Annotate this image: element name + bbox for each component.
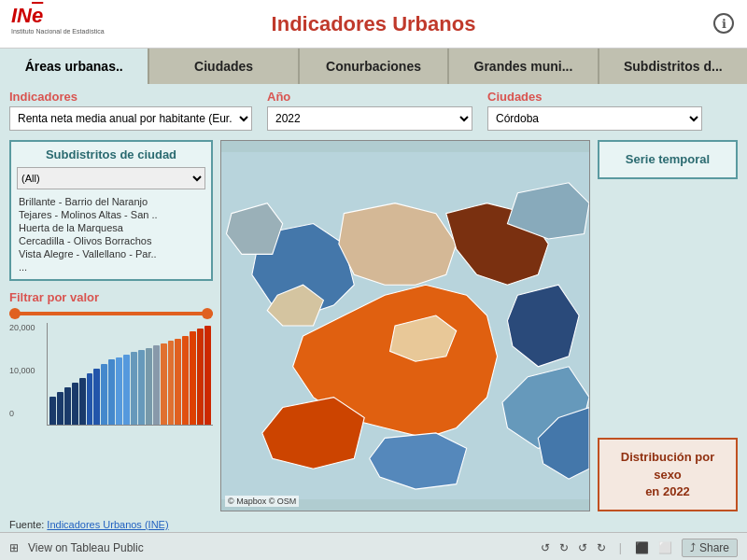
header: INe Instituto Nacional de Estadística In… bbox=[0, 0, 747, 49]
chart-bar bbox=[79, 378, 86, 425]
subdistritos-list: Brillante - Barrio del Naranjo Tejares -… bbox=[17, 195, 205, 273]
share-icon: ⤴ bbox=[690, 541, 696, 554]
grid-icon[interactable]: ⊞ bbox=[9, 541, 19, 554]
slider-thumb-right[interactable] bbox=[202, 308, 213, 319]
info-icon[interactable]: ℹ bbox=[713, 13, 734, 34]
indicadores-label: Indicadores bbox=[9, 90, 252, 104]
map-attribution: © Mapbox © OSM bbox=[225, 496, 299, 507]
filtrar-box: Filtrar por valor 20,000 10,000 0 bbox=[9, 287, 213, 448]
chart-bar bbox=[138, 350, 145, 425]
slider-track[interactable] bbox=[9, 312, 213, 315]
view-on-tableau[interactable]: View on Tableau Public bbox=[28, 541, 144, 554]
tab-areas-urbanas[interactable]: Áreas urbanas.. bbox=[0, 49, 149, 84]
chart-bar bbox=[123, 355, 130, 425]
nav-tabs: Áreas urbanas.. Ciudades Conurbaciones G… bbox=[0, 49, 747, 84]
subdistritos-dropdown[interactable]: (All) bbox=[17, 167, 205, 189]
chart-bar bbox=[108, 359, 115, 425]
filter-ciudades-group: Ciudades Córdoba bbox=[487, 90, 702, 131]
filters-row: Indicadores Renta neta media anual por h… bbox=[0, 84, 747, 134]
undo2-icon[interactable]: ↺ bbox=[578, 541, 587, 554]
ciudades-select[interactable]: Córdoba bbox=[487, 106, 702, 131]
main-content: Subdistritos de ciudad (All) Brillante -… bbox=[0, 134, 747, 517]
footer: Fuente: Indicadores Urbanos (INE) bbox=[0, 517, 747, 532]
chart-bar bbox=[49, 397, 56, 425]
subdistritos-title: Subdistritos de ciudad bbox=[17, 147, 205, 161]
slider-thumb-left[interactable] bbox=[9, 308, 21, 319]
list-item[interactable]: Vista Alegre - Vallellano - Par.. bbox=[17, 247, 205, 260]
list-item[interactable]: Tejares - Molinos Altas - San .. bbox=[17, 208, 205, 221]
page-title: Indicadores Urbanos bbox=[272, 12, 476, 36]
chart-bar bbox=[93, 369, 100, 425]
subdistritos-box: Subdistritos de ciudad (All) Brillante -… bbox=[9, 140, 213, 281]
y-label-20000: 20,000 bbox=[9, 323, 35, 332]
list-item[interactable]: ... bbox=[17, 260, 205, 273]
slider-fill bbox=[9, 312, 213, 315]
chart-bar bbox=[182, 336, 189, 425]
left-panel: Subdistritos de ciudad (All) Brillante -… bbox=[9, 140, 213, 511]
indicadores-select[interactable]: Renta neta media anual por habitante (Eu… bbox=[9, 106, 252, 131]
tab-subdistritos[interactable]: Subdistritos d... bbox=[599, 49, 747, 84]
chart-bar bbox=[204, 326, 211, 425]
logo-area: INe Instituto Nacional de Estadística bbox=[11, 6, 105, 35]
chart-bar bbox=[101, 364, 107, 425]
filter-indicadores-group: Indicadores Renta neta media anual por h… bbox=[9, 90, 252, 131]
chart-bar bbox=[168, 341, 175, 425]
undo-icon[interactable]: ↺ bbox=[541, 541, 550, 554]
map-svg bbox=[221, 141, 589, 511]
anno-label: Año bbox=[267, 90, 472, 104]
expand-icon[interactable]: ⬜ bbox=[658, 541, 672, 554]
filter-anno-group: Año 2022 bbox=[267, 90, 472, 131]
chart-bar bbox=[175, 339, 181, 425]
list-item[interactable]: Brillante - Barrio del Naranjo bbox=[17, 195, 205, 208]
ciudades-label: Ciudades bbox=[487, 90, 702, 104]
share-button[interactable]: ⤴ Share bbox=[682, 539, 738, 557]
tab-grandes-muni[interactable]: Grandes muni... bbox=[449, 49, 599, 84]
filtrar-label: Filtrar por valor bbox=[9, 290, 213, 304]
download-icon[interactable]: ⬛ bbox=[635, 541, 649, 554]
anno-select[interactable]: 2022 bbox=[267, 106, 472, 131]
footer-link[interactable]: Indicadores Urbanos (INE) bbox=[47, 519, 168, 530]
chart-bar bbox=[131, 352, 137, 425]
chart-bars-container bbox=[47, 323, 213, 426]
chart-bar bbox=[153, 345, 160, 425]
tab-ciudades[interactable]: Ciudades bbox=[149, 49, 299, 84]
chart-bar bbox=[197, 329, 204, 425]
redo-icon[interactable]: ↻ bbox=[559, 541, 569, 554]
right-panel: Serie temporal Distribución por sexo en … bbox=[598, 140, 738, 511]
logo-ine: INe bbox=[11, 6, 105, 26]
chart-bar bbox=[87, 373, 93, 425]
serie-temporal-button[interactable]: Serie temporal bbox=[598, 140, 738, 179]
list-item[interactable]: Cercadilla - Olivos Borrachos bbox=[17, 234, 205, 247]
chart-bar bbox=[190, 331, 196, 425]
footer-text: Fuente: bbox=[9, 519, 47, 530]
y-label-10000: 10,000 bbox=[9, 366, 35, 375]
chart-bar bbox=[146, 348, 152, 425]
tab-conurbaciones[interactable]: Conurbaciones bbox=[300, 49, 449, 84]
toolbar-divider: | bbox=[619, 541, 622, 554]
redo2-icon[interactable]: ↻ bbox=[597, 541, 606, 554]
logo-subtitle: Instituto Nacional de Estadística bbox=[11, 28, 105, 35]
list-item[interactable]: Huerta de la Marquesa bbox=[17, 221, 205, 234]
distribucion-button[interactable]: Distribución por sexo en 2022 bbox=[598, 438, 738, 511]
chart-bar bbox=[57, 392, 63, 425]
share-label: Share bbox=[699, 541, 729, 554]
y-label-0: 0 bbox=[9, 409, 14, 418]
bottom-toolbar: ⊞ View on Tableau Public ↺ ↻ ↺ ↻ | ⬛ ⬜ ⤴… bbox=[0, 532, 747, 560]
chart-bar bbox=[116, 357, 122, 425]
chart-bar bbox=[72, 383, 78, 425]
map-area: © Mapbox © OSM bbox=[220, 140, 590, 511]
chart-bar bbox=[161, 343, 167, 425]
chart-bar bbox=[64, 387, 71, 425]
bar-chart: 20,000 10,000 0 bbox=[9, 323, 213, 444]
